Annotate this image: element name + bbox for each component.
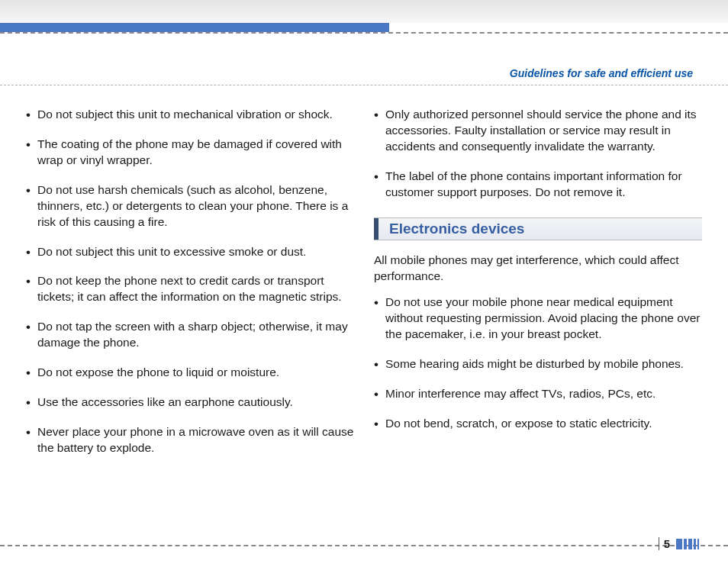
section-title: Guidelines for safe and efficient use [510,67,693,79]
list-item: Do not use harsh chemicals (such as alco… [26,182,354,230]
right-top-bullet-list: Only authorized personnel should service… [374,107,702,201]
content-columns: Do not subject this unit to mechanical v… [26,107,702,534]
section-heading: Electronics devices [374,217,702,240]
list-item: Never place your phone in a microwave ov… [26,424,354,456]
list-item: Some hearing aids might be disturbed by … [374,356,702,372]
right-column: Only authorized personnel should service… [374,107,702,534]
section-intro-text: All mobile phones may get interference, … [374,253,702,285]
list-item: Do not subject this unit to mechanical v… [26,107,354,123]
list-item: Minor interference may affect TVs, radio… [374,386,702,402]
list-item: Use the accessories like an earphone cau… [26,395,354,411]
header-blue-accent [0,23,389,32]
list-item: Do not keep the phone next to credit car… [26,273,354,305]
page-number-wrap: 5 [659,537,699,550]
list-item: Do not expose the phone to liquid or moi… [26,365,354,381]
header-dash-line [0,32,728,34]
list-item: Do not use your mobile phone near medica… [374,295,702,343]
page-number: 5 [659,537,670,550]
left-column: Do not subject this unit to mechanical v… [26,107,354,534]
electronics-bullet-list: Do not use your mobile phone near medica… [374,295,702,432]
left-bullet-list: Do not subject this unit to mechanical v… [26,107,354,456]
section-heading-bar-icon [374,218,378,240]
page-barcode-icon [676,539,699,549]
list-item: Do not tap the screen with a sharp objec… [26,319,354,351]
list-item: Only authorized personnel should service… [374,107,702,155]
footer-dash-line [0,545,728,546]
header-gradient-bar [0,0,728,23]
list-item: The label of the phone contains importan… [374,169,702,201]
list-item: Do not bend, scratch, or expose to stati… [374,416,702,432]
title-underline-dash [0,85,728,85]
list-item: The coating of the phone may be damaged … [26,137,354,169]
list-item: Do not subject this unit to excessive sm… [26,244,354,260]
manual-page: Guidelines for safe and efficient use Do… [0,0,728,583]
section-heading-text: Electronics devices [389,219,524,239]
